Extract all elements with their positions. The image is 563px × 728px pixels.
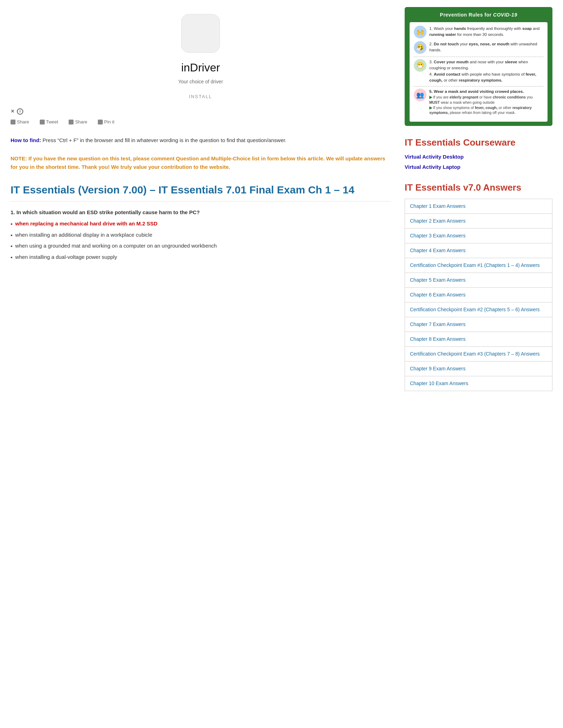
chapter-link-1[interactable]: Chapter 1 Exam Answers	[405, 199, 552, 214]
share-twitter[interactable]: Tweet	[40, 119, 58, 126]
info-icon[interactable]: i	[17, 108, 23, 115]
app-name: inDriver	[181, 59, 220, 76]
covid-title: Prevention Rules for COVID-19	[410, 11, 548, 19]
chapter-link-12[interactable]: Chapter 9 Exam Answers	[405, 362, 552, 376]
answer-1-3-text: when using a grounded mat and working on…	[15, 242, 217, 250]
how-to-find-label: How to find:	[11, 137, 41, 143]
courseware-title: IT Essentials Courseware	[405, 136, 552, 149]
covid-rule-5-text: 5. Wear a mask and avoid visiting crowed…	[429, 89, 543, 115]
page-wrapper: inDriver Your choice of driver INSTALL ✕…	[0, 0, 563, 398]
chapter-link-9[interactable]: Chapter 7 Exam Answers	[405, 317, 552, 332]
answer-1-3: when using a grounded mat and working on…	[11, 242, 391, 250]
facebook-icon	[11, 120, 15, 124]
install-button[interactable]: INSTALL	[189, 94, 212, 99]
chapter-link-5[interactable]: Certification Checkpoint Exam #1 (Chapte…	[405, 258, 552, 273]
chapter-link-8[interactable]: Certification Checkpoint Exam #2 (Chapte…	[405, 302, 552, 317]
virtual-activity-laptop-link[interactable]: Virtual Activity Laptop	[405, 163, 552, 171]
chapter-link-11[interactable]: Certification Checkpoint Exam #3 (Chapte…	[405, 347, 552, 362]
courseware-section: IT Essentials Courseware Virtual Activit…	[405, 136, 552, 171]
chapter-link-2[interactable]: Chapter 2 Exam Answers	[405, 214, 552, 229]
how-to-find-block: How to find: Press “Ctrl + F” in the bro…	[11, 136, 391, 145]
question-1: 1. In which situation would an ESD strik…	[11, 209, 391, 262]
close-info-row: ✕ i	[11, 108, 391, 115]
twitter-icon	[40, 120, 45, 124]
answer-1-4-text: when installing a dual-voltage power sup…	[15, 253, 117, 261]
social-row: Share Tweet Share Pin it	[11, 119, 391, 126]
answer-1-2-text: when installing an additional display in…	[15, 231, 152, 239]
share-pinterest[interactable]: Pin it	[98, 119, 114, 126]
answer-1-4: when installing a dual-voltage power sup…	[11, 253, 391, 262]
covid-rule-3: 😷 3. Cover your mouth and nose with your…	[414, 59, 543, 83]
covid-rule-1: 🙌 1. Wash your hands frequently and thor…	[414, 26, 543, 38]
app-icon	[181, 14, 220, 53]
answer-1-1-text: when replacing a mechanical hard drive w…	[15, 220, 157, 228]
chapter-link-4[interactable]: Chapter 4 Exam Answers	[405, 243, 552, 258]
covid-rule-2-text: 2. Do not touch your eyes, nose, or mout…	[429, 41, 543, 53]
main-heading: IT Essentials (Version 7.00) – IT Essent…	[11, 182, 391, 202]
left-column: inDriver Your choice of driver INSTALL ✕…	[11, 7, 391, 391]
covid-rule-2-img: 🤧	[414, 41, 426, 54]
covid-rule-5: 👥 5. Wear a mask and avoid visiting crow…	[414, 89, 543, 115]
answer-1-1: when replacing a mechanical hard drive w…	[11, 220, 391, 228]
covid-highlight: COVID-19	[493, 12, 517, 18]
covid-rule-1-text: 1. Wash your hands frequently and thorou…	[429, 26, 543, 38]
chapter-link-3[interactable]: Chapter 3 Exam Answers	[405, 229, 552, 243]
pinterest-icon	[98, 120, 103, 124]
covid-rule-2: 🤧 2. Do not touch your eyes, nose, or mo…	[414, 41, 543, 54]
answers-title: IT Essentials v7.0 Answers	[405, 181, 552, 194]
answers-section: IT Essentials v7.0 Answers Chapter 1 Exa…	[405, 181, 552, 391]
covid-rule-1-img: 🙌	[414, 26, 426, 38]
share-linkedin-label: Share	[75, 119, 87, 126]
chapter-link-10[interactable]: Chapter 8 Exam Answers	[405, 332, 552, 347]
covid-rules: 🙌 1. Wash your hands frequently and thor…	[410, 22, 548, 122]
right-column: Prevention Rules for COVID-19 🙌 1. Wash …	[405, 7, 552, 391]
covid-rule-3-img: 😷	[414, 59, 426, 72]
question-1-text: 1. In which situation would an ESD strik…	[11, 209, 391, 217]
answer-list-1: when replacing a mechanical hard drive w…	[11, 220, 391, 261]
covid-rule-3-text: 3. Cover your mouth and nose with your s…	[429, 59, 543, 83]
covid-note: ▶ If you are elderly pregnant or have ch…	[429, 95, 543, 115]
question-1-body: In which situation would an ESD strike p…	[17, 209, 200, 215]
chapter-link-7[interactable]: Chapter 6 Exam Answers	[405, 288, 552, 302]
answers-table: Chapter 1 Exam AnswersChapter 2 Exam Ans…	[405, 199, 552, 391]
virtual-activity-desktop-link[interactable]: Virtual Activity Desktop	[405, 153, 552, 161]
app-card: inDriver Your choice of driver INSTALL	[11, 7, 391, 108]
share-pinterest-label: Pin it	[104, 119, 114, 126]
chapter-link-6[interactable]: Chapter 5 Exam Answers	[405, 273, 552, 288]
answer-1-2: when installing an additional display in…	[11, 231, 391, 240]
share-linkedin[interactable]: Share	[69, 119, 87, 126]
how-to-find-text: Press “Ctrl + F” in the browser and fill…	[41, 137, 286, 143]
covid-rule-5-img: 👥	[414, 89, 426, 101]
close-icon[interactable]: ✕	[11, 108, 15, 115]
app-tagline: Your choice of driver	[178, 78, 223, 85]
share-facebook[interactable]: Share	[11, 119, 29, 126]
note-block: NOTE: If you have the new question on th…	[11, 154, 391, 171]
share-twitter-label: Tweet	[46, 119, 58, 126]
linkedin-icon	[69, 120, 74, 124]
share-facebook-label: Share	[17, 119, 29, 126]
chapter-link-13[interactable]: Chapter 10 Exam Answers	[405, 376, 552, 391]
covid-card: Prevention Rules for COVID-19 🙌 1. Wash …	[405, 7, 552, 126]
